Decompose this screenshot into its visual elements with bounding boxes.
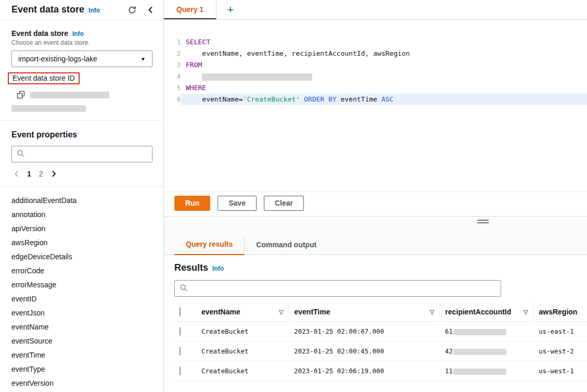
code-line: 2 eventName, eventTime, recipientAccount… [164, 48, 587, 59]
cell-eventname: CreateBucket [196, 322, 289, 342]
cell-eventtime: 2023-01-25 02:06:19.000 [289, 361, 440, 381]
results-table: eventName ▽ eventTime ▽ [174, 303, 587, 381]
properties-pagination: 1 2 [11, 170, 152, 178]
search-icon [180, 284, 188, 294]
sql-editor[interactable]: 1 SELECT 2 eventName, eventTime, recipie… [164, 20, 587, 192]
pagination-page-1[interactable]: 1 [27, 170, 31, 178]
cell-recipientaccountid: 61 [440, 322, 533, 342]
line-number: 2 [164, 48, 181, 59]
property-item[interactable]: eventType [11, 362, 152, 376]
search-icon [17, 149, 25, 159]
sort-icon[interactable]: ▽ [279, 309, 283, 315]
sql-text [186, 72, 202, 80]
sort-icon[interactable]: ▽ [430, 309, 434, 315]
results-search[interactable] [174, 280, 501, 297]
tab-query-results[interactable]: Query results [174, 235, 244, 255]
row-checkbox[interactable] [180, 327, 181, 336]
cell-eventtime: 2023-01-25 02:00:07.000 [289, 322, 440, 342]
column-header-eventname: eventName [201, 308, 240, 316]
tab-command-output[interactable]: Command output [244, 236, 328, 255]
title-info-link[interactable]: Info [88, 7, 100, 14]
clear-button[interactable]: Clear [264, 196, 304, 211]
properties-search[interactable] [11, 146, 152, 162]
property-item[interactable]: errorMessage [11, 278, 152, 292]
pagination-page-2[interactable]: 2 [39, 170, 43, 178]
sql-keyword: WHERE [186, 84, 206, 92]
chevron-down-icon: ▼ [141, 56, 146, 62]
results-section: Results Info eventName ▽ [164, 255, 587, 392]
results-search-input[interactable] [191, 284, 496, 293]
tab-query-1-label: Query 1 [176, 5, 203, 14]
property-item[interactable]: awsRegion [11, 236, 152, 250]
event-data-store-select[interactable]: import-existing-logs-lake ▼ [11, 50, 152, 67]
line-number: 5 [164, 82, 181, 94]
line-number: 1 [164, 36, 181, 48]
sql-keyword: SELECT [186, 38, 210, 46]
property-item[interactable]: eventID [11, 292, 152, 306]
results-panel-header: Query results Command output [164, 216, 587, 255]
redacted-account-id [453, 329, 506, 335]
property-item[interactable]: apiVersion [11, 222, 152, 236]
sql-keyword: FROM [186, 61, 202, 69]
property-item[interactable]: additionalEventData [11, 194, 152, 208]
column-header-awsregion: awsRegion [539, 308, 578, 316]
code-line-active: 6 eventName='CreateBucket' ORDER BY even… [164, 94, 587, 105]
pagination-prev-icon[interactable] [14, 170, 19, 178]
sql-keyword: ORDER BY [304, 95, 337, 103]
save-button[interactable]: Save [218, 196, 257, 211]
table-row: CreateBucket 2023-01-25 02:00:45.000 42 … [174, 342, 587, 361]
redacted-account-id [453, 349, 506, 355]
column-header-recipientaccountid: recipientAccountId [445, 308, 512, 316]
cell-eventtime: 2023-01-25 02:00:45.000 [289, 342, 440, 361]
property-item[interactable]: eventJson [11, 306, 152, 320]
results-info-link[interactable]: Info [212, 265, 224, 272]
query-editor-panel: Query 1 + 1 SELECT 2 eventName, eventTim… [164, 0, 587, 392]
sql-text: eventName, eventTime, recipientAccountId… [186, 49, 410, 57]
sql-string: 'CreateBucket' [243, 95, 300, 103]
table-row: CreateBucket 2023-01-25 02:00:07.000 61 … [174, 322, 587, 342]
sidebar-header: Event data store Info [0, 0, 163, 20]
row-checkbox[interactable] [180, 347, 181, 356]
event-properties-section: Event properties 1 2 [0, 121, 163, 186]
refresh-icon[interactable] [128, 6, 136, 14]
copy-icon[interactable] [17, 91, 25, 99]
property-item[interactable]: eventName [11, 320, 152, 334]
event-data-store-info-link[interactable]: Info [72, 30, 84, 37]
property-item[interactable]: errorCode [11, 264, 152, 278]
property-item[interactable]: eventSource [11, 334, 152, 348]
sql-text [300, 95, 304, 103]
cell-eventname: CreateBucket [196, 361, 289, 381]
resize-handle[interactable] [477, 220, 489, 223]
select-all-checkbox[interactable] [180, 307, 181, 317]
page-title: Event data store [11, 4, 84, 15]
event-data-store-section: Event data store Info Choose an event da… [0, 20, 163, 120]
event-properties-list: additionalEventData annotation apiVersio… [0, 187, 163, 392]
redacted-table-name [202, 73, 312, 81]
run-button[interactable]: Run [174, 196, 210, 211]
properties-search-input[interactable] [28, 149, 147, 159]
add-query-tab-button[interactable]: + [216, 0, 244, 19]
table-row: CreateBucket 2023-01-25 02:06:19.000 11 … [174, 361, 587, 381]
sort-icon[interactable]: ▽ [524, 309, 528, 315]
property-item[interactable]: edgeDeviceDetails [11, 250, 152, 264]
cloudtrail-lake-query-page: Event data store Info Event data store I… [0, 0, 587, 392]
tab-query-1[interactable]: Query 1 [164, 0, 216, 19]
sql-keyword: ASC [381, 95, 393, 103]
event-properties-heading: Event properties [11, 130, 152, 140]
editor-actions: Run Save Clear [164, 192, 587, 216]
redacted-account-id [453, 369, 506, 375]
event-data-store-id-label: Event data store ID [12, 74, 75, 82]
row-checkbox[interactable] [180, 366, 181, 375]
cell-awsregion: us-east-1 [533, 322, 587, 342]
code-line: 1 SELECT [164, 36, 587, 48]
cell-awsregion: us-west-1 [533, 361, 587, 381]
property-item[interactable]: eventVersion [11, 376, 152, 390]
sql-text: eventTime [337, 95, 381, 103]
property-item[interactable]: eventTime [11, 348, 152, 362]
column-header-eventtime: eventTime [295, 308, 330, 316]
property-item[interactable]: annotation [11, 208, 152, 222]
pagination-next-icon[interactable] [51, 170, 57, 178]
results-heading: Results [174, 262, 208, 273]
cell-recipientaccountid: 42 [440, 342, 533, 361]
collapse-panel-icon[interactable] [147, 6, 154, 14]
